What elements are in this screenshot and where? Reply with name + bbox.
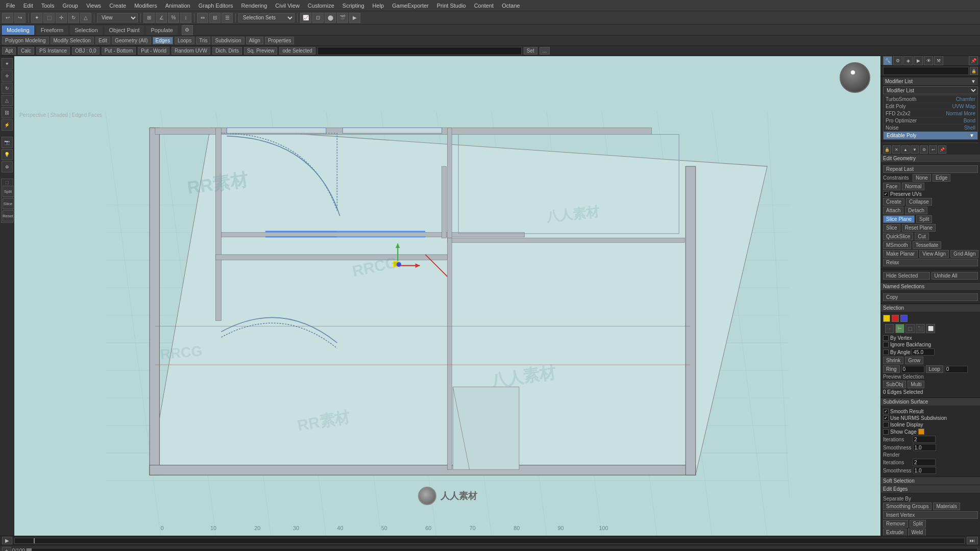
preserve-uvs-check[interactable]: ✓ [883, 191, 889, 197]
extrude-btn[interactable]: Extrude [883, 529, 906, 536]
poly-icon[interactable]: ⬛ [916, 324, 925, 333]
scale-tool[interactable]: △ [2, 95, 13, 106]
tab-populate[interactable]: Populate [146, 26, 177, 35]
polygon-modeling-btn[interactable]: Polygon Modeling [2, 37, 49, 44]
object-name-input[interactable]: Plane001 [883, 67, 969, 75]
element-icon[interactable]: ⬜ [926, 324, 935, 333]
menu-scripting[interactable]: Scripting [338, 2, 369, 10]
curve-editor-btn[interactable]: 📈 [300, 13, 311, 23]
iterations-input[interactable] [913, 436, 936, 443]
quickslice-btn[interactable]: QuickSlice [883, 233, 913, 240]
materials-btn[interactable]: Materials [933, 503, 960, 510]
split3-btn[interactable]: Split [910, 520, 925, 528]
menu-create[interactable]: Create [105, 2, 130, 10]
yellow-swatch[interactable] [883, 315, 890, 322]
snap-btn[interactable]: ⊞ [143, 13, 155, 23]
hierarchy-panel-btn[interactable]: ◈ [903, 56, 913, 65]
menu-modifiers[interactable]: Modifiers [130, 2, 161, 10]
unlink-tool[interactable]: ⚡ [2, 119, 13, 131]
rp-configure-btn[interactable]: ⚙ [920, 145, 928, 154]
menu-rendering[interactable]: Rendering [237, 2, 272, 10]
menu-file[interactable]: File [2, 2, 19, 10]
none-btn[interactable]: None [913, 174, 931, 182]
properties-btn[interactable]: Properties [265, 37, 295, 44]
scale-btn[interactable]: △ [80, 13, 91, 23]
align-btn2[interactable]: Align [246, 37, 263, 44]
selection-header[interactable]: Selection [881, 304, 980, 312]
attach-btn[interactable]: Attach [883, 207, 903, 214]
rp-lock-btn[interactable]: 🔒 [883, 145, 891, 154]
spinner-snap-btn[interactable]: ↕ [180, 13, 191, 23]
selection-filter-dropdown[interactable]: Selection Sets [238, 13, 295, 22]
light-tool[interactable]: 💡 [2, 149, 13, 160]
msmooth-btn[interactable]: MSmooth [883, 241, 911, 249]
detach-btn[interactable]: Detach [905, 207, 927, 214]
weld-btn[interactable]: Weld [908, 529, 926, 536]
edge-icon[interactable]: ⊢ [895, 324, 904, 333]
by-angle-check[interactable] [883, 349, 889, 355]
slice-tool-btn[interactable]: Slice [3, 198, 14, 209]
normal-btn[interactable]: Normal [902, 183, 924, 190]
utilities-panel-btn[interactable]: ⚒ [934, 56, 943, 65]
ring-value[interactable] [901, 366, 924, 373]
frame-slider[interactable] [26, 548, 978, 552]
grow-btn[interactable]: Grow [905, 357, 923, 364]
menu-views[interactable]: Views [82, 2, 105, 10]
rp-delete-btn[interactable]: ✕ [892, 145, 900, 154]
set-path-btn[interactable]: Set [524, 47, 537, 55]
render-smoothness-input[interactable] [913, 467, 936, 474]
random-uvw-btn[interactable]: Random UVW [172, 47, 210, 55]
repeat-last-btn[interactable]: Repeat Last [883, 165, 978, 173]
reset-plane-btn[interactable]: Reset Plane [902, 224, 936, 232]
select-region-btn[interactable]: ⬚ [43, 13, 55, 23]
edge-constraint-btn[interactable]: Edge [933, 174, 950, 182]
reset-tool-btn[interactable]: Reset [3, 210, 14, 221]
pin-btn[interactable]: 📌 [969, 56, 978, 65]
smgroups-btn[interactable]: Smoothing Groups [883, 503, 932, 510]
select-btn[interactable]: ✦ [31, 13, 42, 23]
align-btn[interactable]: ⊟ [209, 13, 220, 23]
turbosmoothmod[interactable]: TurboSmooth Chamfer [884, 96, 977, 103]
timeline-track[interactable] [14, 538, 965, 544]
menu-civil-view[interactable]: Civil View [271, 2, 303, 10]
tab-object-paint[interactable]: Object Paint [105, 26, 144, 35]
menu-print-studio[interactable]: Print Studio [433, 2, 470, 10]
tab-selection[interactable]: Selection [70, 26, 102, 35]
menu-animation[interactable]: Animation [161, 2, 194, 10]
viewport-navigator[interactable] [840, 62, 870, 93]
select-tool[interactable]: ✦ [2, 58, 13, 69]
ring-btn[interactable]: Ring [883, 365, 900, 373]
isoline-check[interactable] [883, 422, 889, 428]
unhide-all-btn[interactable]: Unhide All [932, 272, 978, 280]
mirror-btn[interactable]: ⇔ [197, 13, 208, 23]
tris-btn[interactable]: Tris [196, 37, 210, 44]
angle-snap-btn[interactable]: ∠ [156, 13, 167, 23]
modify-panel-btn[interactable]: ⚙ [893, 56, 902, 65]
subdiv-surface-header[interactable]: Subdivision Surface [881, 398, 980, 406]
grid-align-btn[interactable]: Grid Align [950, 250, 978, 258]
percent-snap-btn[interactable]: % [168, 13, 179, 23]
menu-edit[interactable]: Edit [19, 2, 37, 10]
customize-ribbon-btn[interactable]: ⚙ [182, 25, 193, 35]
rotate-btn[interactable]: ↻ [68, 13, 79, 23]
ffdmod[interactable]: FFD 2x2x2 Normal More [884, 110, 977, 117]
render-btn[interactable]: ▶ [349, 13, 360, 23]
split-tool-btn[interactable]: Split [3, 186, 14, 197]
rp-down-btn[interactable]: ▼ [911, 145, 919, 154]
edit-edges-header[interactable]: Edit Edges [881, 485, 980, 493]
calc-btn[interactable]: Calc [18, 47, 34, 55]
move-tool[interactable]: ✛ [2, 70, 13, 82]
noisemod[interactable]: Noise Shell [884, 124, 977, 132]
multi-btn[interactable]: Multi [908, 381, 924, 388]
remove-btn[interactable]: Remove [883, 520, 908, 528]
ps-instance-btn[interactable]: PS Instance [36, 47, 70, 55]
face-btn[interactable]: Face [883, 183, 900, 190]
slice2-btn[interactable]: Slice [883, 224, 900, 232]
prooptimmod[interactable]: Pro Optimizer Bond [884, 117, 977, 124]
menu-graph-editors[interactable]: Graph Editors [194, 2, 237, 10]
collapse-btn[interactable]: Collapse [906, 198, 932, 206]
ignore-backfacing-check[interactable] [883, 342, 889, 347]
put-bottom-btn[interactable]: Put - Bottom [102, 47, 136, 55]
modify-selection-btn[interactable]: Modify Selection [51, 37, 94, 44]
view-align-btn[interactable]: View Align [919, 250, 949, 258]
